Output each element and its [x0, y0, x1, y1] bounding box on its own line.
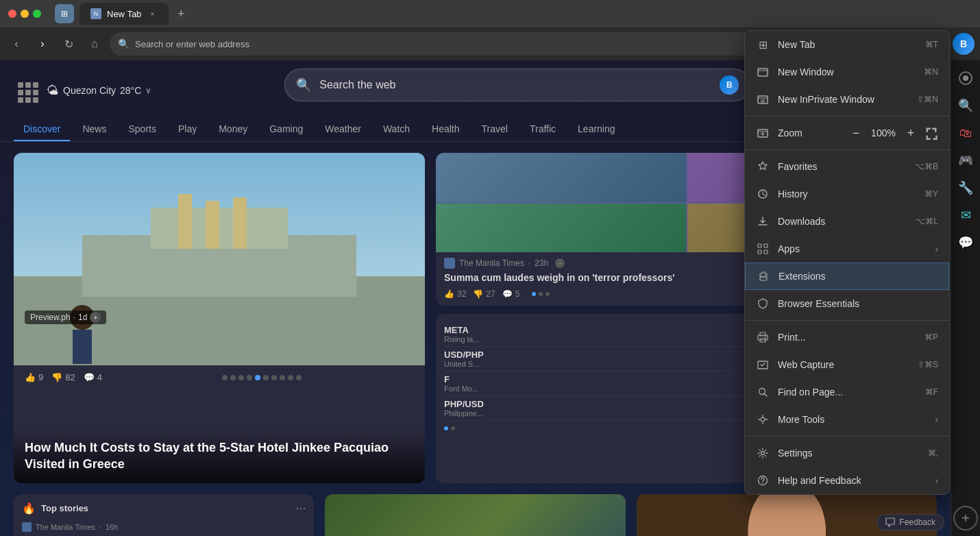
apps-grid-button[interactable] — [14, 78, 38, 103]
tab-discover[interactable]: Discover — [14, 118, 70, 141]
story-more-button[interactable]: ··· — [295, 501, 306, 515]
menu-item-inprivate[interactable]: New InPrivate Window ⇧⌘N — [745, 86, 949, 113]
sidebar-tools-icon[interactable]: 🔧 — [953, 175, 978, 200]
tab-sports[interactable]: Sports — [119, 118, 165, 141]
tab-gaming[interactable]: Gaming — [260, 118, 313, 141]
menu-item-help[interactable]: Help and Feedback › — [745, 467, 949, 494]
active-tab[interactable]: N New Tab × — [79, 3, 169, 25]
feedback-icon — [885, 517, 895, 527]
story-item-1[interactable]: The Manila Times · 16h LPA off Batanes l… — [14, 520, 314, 536]
svg-line-38 — [765, 394, 768, 397]
sidebar-shopping-icon[interactable]: 🛍 — [953, 121, 978, 145]
menu-item-print[interactable]: Print... ⌘P — [745, 324, 949, 351]
menu-item-favorites[interactable]: Favorites ⌥⌘B — [745, 153, 949, 180]
tab-weather[interactable]: Weather — [315, 118, 371, 141]
story-img-card[interactable]: BisectHosting Hello - From Ad manager - … — [325, 494, 625, 536]
svg-rect-4 — [178, 194, 192, 249]
tab-favicon: N — [90, 8, 101, 19]
inprivate-icon — [756, 93, 770, 106]
sidebar-search-icon[interactable]: 🔍 — [953, 93, 978, 118]
tab-watch[interactable]: Watch — [373, 118, 419, 141]
menu-item-settings[interactable]: Settings ⌘, — [745, 439, 949, 467]
feedback-button[interactable]: Feedback — [877, 514, 944, 531]
web-capture-shortcut: ⇧⌘S — [918, 360, 938, 369]
page-search-container: 🔍 Search the web B — [284, 69, 750, 101]
svg-rect-30 — [764, 250, 768, 254]
back-button[interactable]: ‹ — [5, 33, 27, 55]
sidebar-games-icon[interactable]: 🎮 — [953, 148, 978, 173]
help-label: Help and Feedback — [778, 475, 927, 486]
favorites-svg — [757, 161, 768, 172]
sidebar-messaging-icon[interactable]: 💬 — [953, 230, 978, 255]
sidebar-mail-icon[interactable]: ✉ — [953, 203, 978, 228]
page-search-input[interactable]: Search the web — [319, 79, 711, 91]
print-svg — [757, 332, 768, 343]
separator — [745, 149, 949, 150]
likes[interactable]: 👍 9 — [25, 372, 43, 382]
history-label: History — [778, 188, 916, 199]
story-header: 🔥 Top stories ··· — [14, 494, 314, 520]
tab-learning[interactable]: Learning — [568, 118, 625, 141]
bing-button[interactable]: B — [953, 33, 975, 55]
help-icon — [756, 474, 770, 487]
source-age: 16h — [106, 523, 118, 531]
menu-item-downloads[interactable]: Downloads ⌥⌘L — [745, 208, 949, 235]
tab-money[interactable]: Money — [209, 118, 257, 141]
menu-item-extensions[interactable]: Extensions — [745, 263, 949, 290]
dislikes[interactable]: 👎 82 — [51, 372, 75, 382]
minimize-traffic-light[interactable] — [21, 10, 29, 18]
tab-health[interactable]: Health — [422, 118, 469, 141]
web-capture-label: Web Capture — [778, 359, 909, 370]
menu-item-web-capture[interactable]: Web Capture ⇧⌘S — [745, 351, 949, 378]
sidebar-add-button[interactable]: + — [953, 506, 978, 531]
close-traffic-light[interactable] — [8, 10, 16, 18]
zoom-in-button[interactable]: + — [903, 125, 919, 141]
svg-point-35 — [765, 337, 766, 339]
tab-travel[interactable]: Travel — [472, 118, 517, 141]
menu-item-more-tools[interactable]: More Tools › — [745, 406, 949, 433]
add-icon[interactable]: + — [90, 312, 101, 323]
menu-item-zoom: Zoom − 100% + — [745, 119, 949, 147]
svg-rect-28 — [764, 244, 768, 247]
fullscreen-traffic-light[interactable] — [33, 10, 41, 18]
more-tools-arrow: › — [935, 414, 938, 425]
tab-news[interactable]: News — [73, 118, 116, 141]
find-shortcut: ⌘F — [925, 387, 938, 397]
tab-traffic[interactable]: Traffic — [520, 118, 565, 141]
reload-button[interactable]: ↻ — [58, 33, 79, 55]
print-label: Print... — [778, 332, 916, 343]
sidebar-copilot-icon[interactable] — [953, 66, 978, 90]
svg-rect-27 — [758, 244, 761, 247]
menu-item-history[interactable]: History ⌘Y — [745, 180, 949, 208]
stock-desc: Ford Mo... — [444, 385, 478, 393]
new-tab-button[interactable]: + — [171, 4, 191, 23]
print-shortcut: ⌘P — [924, 332, 938, 342]
tab-play[interactable]: Play — [169, 118, 206, 141]
dot — [238, 375, 244, 380]
location-info[interactable]: 🌤 Quezon City 28°C ∨ — [47, 84, 151, 98]
second-comments[interactable]: 💬 5 — [502, 289, 520, 299]
moretools-svg — [757, 414, 768, 425]
second-dislikes[interactable]: 👎 27 — [473, 289, 495, 299]
second-likes[interactable]: 👍 32 — [444, 289, 466, 299]
browser-essentials-label: Browser Essentials — [778, 298, 938, 309]
menu-item-find[interactable]: Find on Page... ⌘F — [745, 378, 949, 406]
page-search-box[interactable]: 🔍 Search the web B — [284, 69, 750, 101]
menu-item-browser-essentials[interactable]: Browser Essentials — [745, 290, 949, 317]
zoom-out-button[interactable]: − — [848, 125, 864, 141]
second-add-icon[interactable]: + — [555, 258, 565, 268]
menu-item-new-window[interactable]: New Window ⌘N — [745, 58, 949, 86]
main-article[interactable]: Preview.ph · 1d + How Much It Costs to S… — [14, 153, 425, 483]
tab-close-button[interactable]: × — [147, 8, 158, 19]
svg-rect-16 — [758, 69, 768, 76]
address-bar[interactable]: 🔍 Search or enter web address — [110, 32, 776, 56]
menu-item-apps[interactable]: Apps › — [745, 235, 949, 263]
top-stories-card[interactable]: 🔥 Top stories ··· The Manila Times · 16h… — [14, 494, 314, 536]
home-button[interactable]: ⌂ — [84, 33, 106, 55]
comments[interactable]: 💬 4 — [84, 372, 102, 382]
forward-button[interactable]: › — [32, 33, 53, 55]
source-name: The Manila Times — [36, 523, 95, 531]
menu-item-new-tab[interactable]: ⊞ New Tab ⌘T — [745, 31, 949, 58]
carousel-dot — [532, 292, 536, 296]
zoom-expand-icon[interactable] — [924, 126, 938, 140]
